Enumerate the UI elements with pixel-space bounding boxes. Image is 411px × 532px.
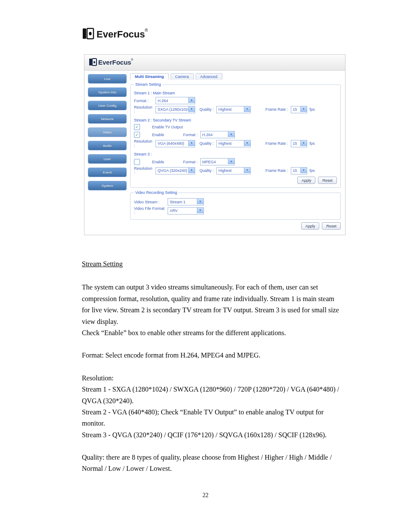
shot-header-logo: EverFocus ® (84, 55, 345, 71)
stream3-qual-label: Quality : (199, 168, 214, 173)
chevron-down-icon: ▾ (188, 168, 195, 173)
stream1-fr-label: Frame Rate : (265, 107, 288, 112)
rec-apply-button[interactable]: Apply (301, 222, 320, 230)
stream2-res-select[interactable]: VGA (640x480)▾ (156, 140, 195, 147)
sidebar-item-system-info[interactable]: System Info (88, 87, 127, 97)
stream1-format-label: Format : (134, 99, 153, 103)
svg-rect-5 (89, 59, 92, 65)
chevron-down-icon: ▾ (300, 106, 307, 112)
stream2-enable-checkbox[interactable]: ✓ (134, 132, 140, 138)
document-body: Stream Setting The system can output 3 v… (82, 258, 340, 475)
stream1-title: Stream 1 : Main Stream (134, 91, 337, 95)
chevron-down-icon: ▾ (228, 131, 234, 137)
settings-screenshot: EverFocus ® Live System Info User Config… (84, 54, 346, 235)
stream2-enable-label: Enable (152, 133, 181, 137)
stream3-fr-label: Frame Rate : (265, 168, 288, 173)
stream1-fr-select[interactable]: 15▾ (291, 106, 307, 113)
stream-apply-button[interactable]: Apply (297, 177, 316, 184)
stream2-fr-select[interactable]: 15▾ (291, 140, 307, 147)
stream2-fr-label: Frame Rate : (265, 141, 288, 146)
chevron-down-icon: ▾ (244, 168, 250, 173)
sidebar-item-video[interactable]: Video (88, 128, 127, 137)
rec-stream-label: Video Stream : (134, 200, 165, 204)
stream2-qual-select[interactable]: Highest▾ (216, 140, 251, 147)
svg-text:®: ® (145, 28, 148, 33)
doc-paragraph: Quality: there are 8 types of quality, p… (82, 452, 340, 475)
stream3-res-label: Resolution : (134, 166, 153, 175)
stream3-title: Stream 3 : (134, 152, 337, 156)
stream-reset-button[interactable]: Reset (318, 177, 337, 184)
sidebar-item-event[interactable]: Event (88, 168, 127, 177)
page-number: 22 (0, 492, 411, 499)
sidebar-item-user[interactable]: User (88, 154, 127, 164)
rec-stream-select[interactable]: Stream 1▾ (168, 198, 204, 205)
doc-paragraph: Check “Enable” box to enable other strea… (82, 329, 286, 336)
main-panel: Multi Streaming Camera Advanced Stream S… (130, 71, 345, 235)
stream3-fps-label: fps (310, 168, 315, 173)
doc-paragraph: Resolution: (82, 374, 114, 382)
doc-paragraph: Stream 3 - QVGA (320*240) / QCIF (176*12… (82, 431, 327, 439)
stream3-format-select[interactable]: MPEG4▾ (200, 158, 235, 165)
chevron-down-icon: ▾ (300, 140, 307, 146)
svg-rect-0 (83, 28, 86, 39)
chevron-down-icon: ▾ (228, 159, 234, 164)
stream3-format-label: Format : (183, 160, 198, 164)
stream1-res-label: Resolution : (134, 105, 153, 114)
video-recording-legend: Video Recording Setting (134, 190, 178, 195)
chevron-down-icon: ▾ (188, 140, 195, 146)
brand-logo: EverFocus ® (82, 26, 411, 41)
stream1-format-select[interactable]: H.264▾ (156, 97, 195, 104)
stream3-res-select[interactable]: QVGA (320x240)▾ (156, 167, 195, 174)
rec-file-select[interactable]: ARV▾ (168, 207, 204, 215)
doc-paragraph: Stream 1 - SXGA (1280*1024) / SWXGA (128… (82, 386, 339, 404)
stream3-qual-select[interactable]: Highest▾ (216, 167, 251, 174)
stream2-qual-label: Quality : (199, 141, 214, 146)
svg-rect-7 (93, 61, 95, 63)
tab-advanced[interactable]: Advanced (196, 73, 222, 80)
rec-file-label: Video File Format : (134, 206, 165, 215)
sidebar-item-network[interactable]: Network (88, 114, 127, 124)
tab-row: Multi Streaming Camera Advanced (130, 73, 341, 80)
stream-setting-fieldset: Stream Setting Stream 1 : Main Stream Fo… (130, 82, 341, 188)
chevron-down-icon: ▾ (188, 97, 195, 103)
stream2-tv-checkbox[interactable]: ✓ (134, 124, 140, 130)
stream3-enable-checkbox[interactable] (134, 159, 140, 165)
svg-text:EverFocus: EverFocus (97, 29, 145, 40)
svg-text:EverFocus: EverFocus (98, 59, 131, 66)
stream2-fps-label: fps (310, 141, 315, 146)
stream3-enable-label: Enable (152, 160, 181, 164)
rec-reset-button[interactable]: Reset (322, 222, 341, 230)
stream3-fr-select[interactable]: 15▾ (291, 167, 307, 174)
chevron-down-icon: ▾ (197, 199, 203, 204)
stream1-qual-label: Quality : (199, 107, 214, 112)
section-heading: Stream Setting (82, 260, 123, 268)
video-recording-fieldset: Video Recording Setting Video Stream : S… (130, 190, 341, 220)
sidebar: Live System Info User Config Network Vid… (84, 71, 130, 235)
chevron-down-icon: ▾ (244, 140, 250, 146)
sidebar-item-system[interactable]: System (88, 181, 127, 190)
doc-paragraph: The system can output 3 video streams si… (82, 283, 339, 325)
svg-rect-2 (89, 32, 92, 35)
sidebar-item-live[interactable]: Live (88, 74, 127, 84)
stream2-format-select[interactable]: H.264▾ (200, 131, 235, 138)
stream2-tv-label: Enable TV Output (152, 125, 183, 129)
stream1-qual-select[interactable]: Highest▾ (216, 106, 251, 113)
stream2-format-label: Format : (183, 133, 198, 137)
chevron-down-icon: ▾ (188, 106, 195, 112)
stream-setting-legend: Stream Setting (134, 82, 162, 87)
doc-paragraph: Format: Select encode format from H.264,… (82, 350, 340, 361)
stream1-res-select[interactable]: SXGA (1280x1024)▾ (156, 106, 195, 113)
tab-multi-streaming[interactable]: Multi Streaming (130, 73, 169, 80)
sidebar-item-user-config[interactable]: User Config (88, 101, 127, 110)
chevron-down-icon: ▾ (300, 168, 307, 173)
chevron-down-icon: ▾ (197, 208, 203, 213)
chevron-down-icon: ▾ (244, 106, 250, 112)
doc-paragraph: Stream 2 - VGA (640*480); Check “Enable … (82, 408, 324, 427)
sidebar-item-audio[interactable]: Audio (88, 141, 127, 150)
stream1-fps-label: fps (310, 107, 315, 112)
tab-camera[interactable]: Camera (171, 73, 194, 80)
svg-text:®: ® (131, 58, 134, 61)
stream2-res-label: Resolution : (134, 139, 153, 148)
stream2-title: Stream 2 : Secondary TV Stream (134, 118, 337, 122)
